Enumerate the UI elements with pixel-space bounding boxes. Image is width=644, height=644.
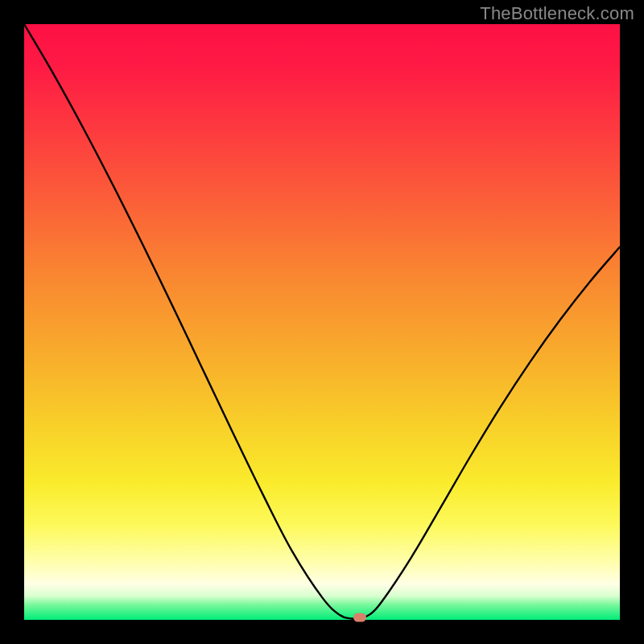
optimal-point-marker — [353, 613, 366, 622]
bottleneck-curve-layer — [24, 24, 620, 620]
bottleneck-curve-path — [24, 24, 620, 619]
chart-plot-area — [24, 24, 620, 620]
watermark-text: TheBottleneck.com — [480, 3, 634, 24]
